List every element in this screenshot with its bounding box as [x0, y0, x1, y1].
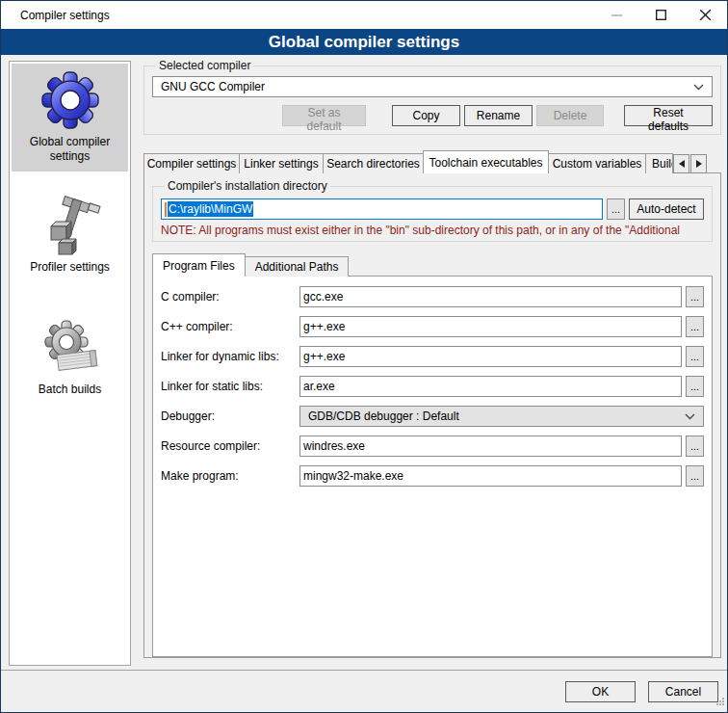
chevron-down-icon [685, 413, 695, 420]
rename-button[interactable]: Rename [464, 105, 533, 126]
linker-dynamic-input[interactable]: g++.exe [299, 346, 682, 367]
field-label: Make program: [161, 469, 296, 483]
field-label: Debugger: [161, 409, 296, 423]
install-dir-browse-button[interactable]: ... [607, 198, 625, 220]
sidebar-item-label: Global compiler settings [13, 135, 126, 164]
debugger-select-value: GDB/CDB debugger : Default [308, 409, 459, 423]
window-controls [594, 1, 727, 29]
install-dir-legend: Compiler's installation directory [165, 179, 330, 193]
tab-search-directories[interactable]: Search directories [323, 153, 424, 173]
field-value: g++.exe [303, 320, 345, 333]
tab-custom-variables[interactable]: Custom variables [548, 153, 646, 173]
make-program-input[interactable]: mingw32-make.exe [299, 465, 682, 487]
copy-button[interactable]: Copy [392, 105, 460, 126]
browse-button[interactable]: ... [686, 286, 704, 307]
field-label: C compiler: [161, 290, 296, 304]
caliper-icon [39, 195, 101, 256]
main-panel: Selected compiler GNU GCC Compiler Set a… [143, 55, 721, 658]
subtab-program-files[interactable]: Program Files [152, 253, 246, 277]
field-value: mingw32-make.exe [303, 469, 403, 483]
ok-button[interactable]: OK [565, 681, 636, 702]
page-title: Global compiler settings [1, 29, 727, 55]
field-value: g++.exe [303, 350, 345, 363]
install-dir-input[interactable]: C:\raylib\MinGW [161, 198, 603, 220]
blue-gear-icon [39, 69, 101, 131]
dialog-body: Global compiler settings [1, 55, 727, 712]
delete-button[interactable]: Delete [536, 105, 604, 126]
field-label: Linker for dynamic libs: [161, 350, 296, 363]
footer-divider [1, 670, 727, 671]
sidebar-item-label: Batch builds [13, 383, 126, 397]
footer-buttons: OK Cancel [565, 681, 718, 702]
sidebar-item-batch-builds[interactable]: Batch builds [12, 311, 128, 405]
field-row-c-compiler: C compiler: gcc.exe ... [161, 286, 704, 307]
cancel-button[interactable]: Cancel [648, 681, 718, 702]
field-row-cpp-compiler: C++ compiler: g++.exe ... [161, 316, 704, 337]
field-row-debugger: Debugger: GDB/CDB debugger : Default [161, 406, 704, 427]
field-row-linker-dynamic: Linker for dynamic libs: g++.exe ... [161, 346, 704, 367]
tab-scroll-right-icon[interactable] [690, 154, 707, 173]
tab-scroll-left-icon[interactable] [673, 154, 689, 173]
tab-build-options-clipped[interactable]: Build options [645, 153, 673, 173]
maximize-icon[interactable] [638, 1, 683, 29]
browse-button[interactable]: ... [686, 376, 704, 397]
field-label: Resource compiler: [161, 439, 296, 453]
sidebar-item-global-compiler-settings[interactable]: Global compiler settings [12, 64, 128, 172]
field-row-make-program: Make program: mingw32-make.exe ... [161, 465, 704, 487]
selected-compiler-legend: Selected compiler [156, 59, 253, 72]
browse-button[interactable]: ... [686, 436, 704, 457]
c-compiler-input[interactable]: gcc.exe [299, 286, 682, 307]
cpp-compiler-input[interactable]: g++.exe [299, 316, 682, 337]
toolchain-executables-page: Compiler's installation directory C:\ray… [143, 172, 721, 658]
field-label: Linker for static libs: [161, 380, 296, 393]
install-dir-row: C:\raylib\MinGW ... Auto-detect [161, 198, 704, 220]
resize-grip[interactable] [715, 693, 725, 710]
toolchain-subtabstrip: Program Files Additional Paths [152, 253, 713, 277]
resource-compiler-input[interactable]: windres.exe [299, 436, 682, 457]
compiler-select-value: GNU GCC Compiler [161, 80, 265, 93]
install-dir-group: Compiler's installation directory C:\ray… [152, 179, 713, 242]
program-files-page: C compiler: gcc.exe ... C++ compiler: g+… [152, 276, 713, 657]
text-caret-icon [165, 202, 167, 217]
settings-sidebar: Global compiler settings [9, 61, 131, 666]
install-dir-note: NOTE: All programs must exist either in … [161, 224, 704, 237]
field-row-resource-compiler: Resource compiler: windres.exe ... [161, 436, 704, 457]
field-value: windres.exe [303, 439, 365, 453]
tab-toolchain-executables[interactable]: Toolchain executables [423, 150, 549, 173]
field-value: gcc.exe [303, 290, 343, 304]
tab-scroll-arrows [673, 154, 708, 173]
compiler-select[interactable]: GNU GCC Compiler [152, 76, 713, 97]
window-title: Compiler settings [20, 9, 110, 22]
tab-compiler-settings[interactable]: Compiler settings [143, 153, 240, 173]
linker-static-input[interactable]: ar.exe [299, 376, 682, 397]
tab-linker-settings[interactable]: Linker settings [239, 153, 324, 173]
close-icon[interactable] [683, 1, 727, 29]
titlebar: Compiler settings [1, 1, 727, 29]
reset-defaults-button[interactable]: Reset defaults [624, 105, 713, 126]
minimize-icon[interactable] [594, 1, 638, 29]
browse-button[interactable]: ... [686, 465, 704, 487]
compiler-buttons-row: Set as default Copy Rename Delete Reset … [152, 105, 713, 126]
settings-tabstrip: Compiler settings Linker settings Search… [143, 150, 721, 173]
debugger-select[interactable]: GDB/CDB debugger : Default [299, 406, 704, 427]
sidebar-item-profiler-settings[interactable]: Profiler settings [12, 189, 128, 282]
sidebar-item-label: Profiler settings [13, 260, 126, 275]
gray-gear-papers-icon [39, 317, 101, 379]
field-row-linker-static: Linker for static libs: ar.exe ... [161, 376, 704, 397]
browse-button[interactable]: ... [686, 316, 704, 337]
set-as-default-button[interactable]: Set as default [282, 105, 366, 126]
autodetect-button[interactable]: Auto-detect [629, 198, 704, 220]
field-value: ar.exe [303, 380, 335, 393]
field-label: C++ compiler: [161, 320, 296, 333]
selected-compiler-group: Selected compiler GNU GCC Compiler Set a… [143, 59, 721, 135]
subtab-additional-paths[interactable]: Additional Paths [245, 256, 350, 277]
chevron-down-icon [693, 84, 704, 91]
browse-button[interactable]: ... [686, 346, 704, 367]
install-dir-selected-text: C:\raylib\MinGW [168, 201, 253, 217]
compiler-settings-dialog: Compiler settings Global compiler settin… [0, 0, 728, 713]
